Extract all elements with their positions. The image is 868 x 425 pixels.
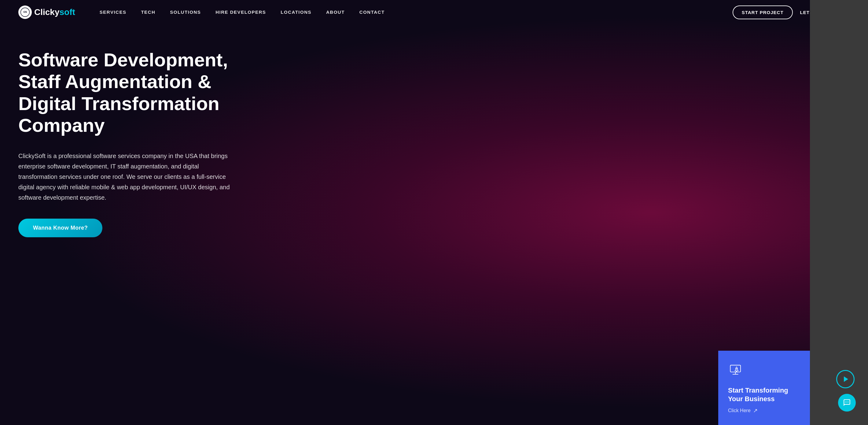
- svg-point-8: [847, 402, 847, 403]
- hero-description: ClickySoft is a professional software se…: [18, 151, 232, 203]
- svg-point-5: [736, 368, 737, 369]
- nav-solutions[interactable]: SOLUTIONS: [170, 9, 201, 15]
- nav-about[interactable]: ABOUT: [326, 9, 345, 15]
- nav-services[interactable]: SERVICES: [100, 9, 127, 15]
- svg-text:cs: cs: [24, 10, 27, 13]
- start-project-button[interactable]: START PROJECT: [733, 5, 793, 19]
- logo-icon: cs: [18, 5, 32, 19]
- logo-clicky: Clicky: [34, 7, 60, 17]
- right-panel: [810, 0, 868, 425]
- play-button[interactable]: [836, 370, 855, 388]
- chat-icon: [843, 399, 851, 407]
- svg-point-9: [848, 402, 849, 403]
- wanna-know-more-button[interactable]: Wanna Know More?: [18, 219, 102, 237]
- logo[interactable]: cs Clickysoft: [18, 5, 75, 19]
- play-icon: [842, 375, 850, 383]
- rocket-icon: [728, 362, 800, 380]
- cta-arrow-icon: ↗: [753, 407, 758, 414]
- main-nav: cs Clickysoft SERVICES TECH SOLUTIONS HI…: [0, 0, 868, 25]
- cta-card-title: Start Transforming Your Business: [728, 386, 800, 403]
- logo-soft: soft: [60, 7, 75, 17]
- nav-links: SERVICES TECH SOLUTIONS HIRE DEVELOPERS …: [100, 9, 733, 15]
- chat-button[interactable]: [838, 394, 856, 412]
- nav-locations[interactable]: LOCATIONS: [281, 9, 311, 15]
- nav-tech[interactable]: TECH: [141, 9, 155, 15]
- hero-section: Software Development, Staff Augmentation…: [0, 25, 306, 255]
- cta-card-link[interactable]: Click Here ↗: [728, 407, 800, 414]
- cta-link-text: Click Here: [728, 408, 751, 414]
- nav-contact[interactable]: CONTACT: [360, 9, 385, 15]
- hero-title: Software Development, Staff Augmentation…: [18, 49, 257, 136]
- cta-card[interactable]: Start Transforming Your Business Click H…: [718, 351, 810, 425]
- svg-marker-6: [844, 376, 848, 382]
- svg-point-7: [845, 402, 846, 403]
- nav-hire-developers[interactable]: HIRE DEVELOPERS: [215, 9, 266, 15]
